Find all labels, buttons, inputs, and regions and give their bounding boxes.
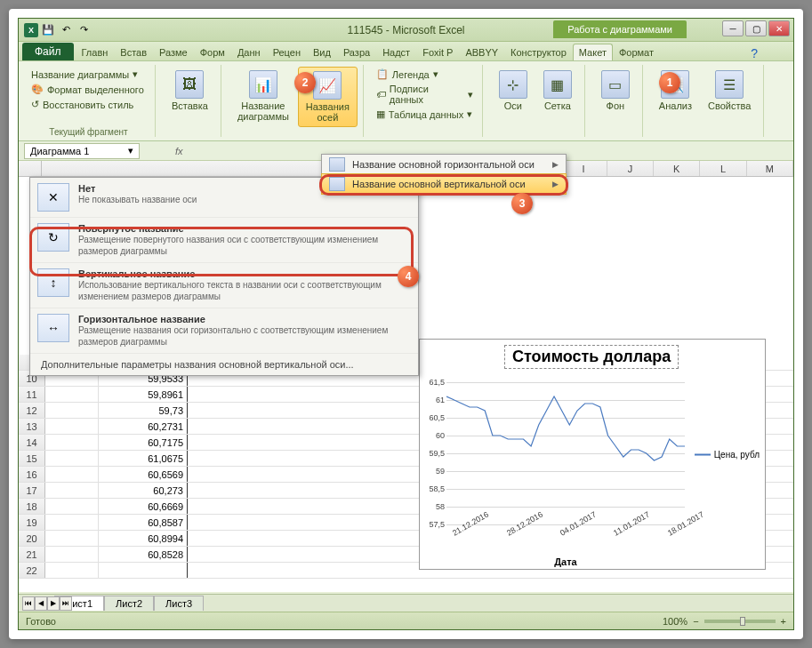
cell[interactable]: 60,8994 xyxy=(99,531,188,546)
menu-more-options[interactable]: Дополнительные параметры названия основн… xyxy=(30,354,418,375)
sheet-tab-3[interactable]: Лист3 xyxy=(154,596,204,611)
zoom-in-button[interactable]: + xyxy=(781,616,786,627)
select-all-corner[interactable] xyxy=(19,161,42,176)
cell[interactable] xyxy=(99,563,188,578)
row-header[interactable]: 18 xyxy=(19,499,45,514)
row-header[interactable]: 14 xyxy=(19,435,45,450)
col-header-k[interactable]: K xyxy=(654,161,700,176)
sheet-nav-first[interactable]: ⏮ xyxy=(22,596,35,611)
cell[interactable] xyxy=(45,499,99,514)
chart-line-series xyxy=(446,382,685,524)
insert-button[interactable]: 🖼 Вставка xyxy=(165,67,215,115)
properties-button[interactable]: ☰Свойства xyxy=(701,67,758,115)
cell[interactable]: 60,2731 xyxy=(99,419,188,434)
cell[interactable]: 60,8528 xyxy=(99,547,188,562)
row-header[interactable]: 17 xyxy=(19,483,45,498)
help-icon[interactable]: ? xyxy=(751,46,758,60)
tab-insert[interactable]: Встав xyxy=(114,44,153,60)
embedded-chart[interactable]: Стоимость доллара 57,55858,55959,56060,5… xyxy=(419,339,766,570)
row-header[interactable]: 12 xyxy=(19,403,45,418)
data-labels-button[interactable]: 🏷 Подписи данных ▾ xyxy=(373,82,477,107)
tab-home[interactable]: Главн xyxy=(76,44,115,60)
cell[interactable] xyxy=(45,467,99,482)
col-header-m[interactable]: M xyxy=(747,161,793,176)
tab-format[interactable]: Формат xyxy=(613,44,660,60)
undo-icon[interactable]: ↶ xyxy=(58,22,74,38)
row-header[interactable]: 21 xyxy=(19,547,45,562)
cell[interactable] xyxy=(45,563,99,578)
cell[interactable] xyxy=(45,435,99,450)
tab-view[interactable]: Вид xyxy=(307,44,337,60)
sheet-nav-prev[interactable]: ◀ xyxy=(35,596,47,611)
zoom-out-button[interactable]: − xyxy=(693,616,698,627)
save-icon[interactable]: 💾 xyxy=(40,22,56,38)
chart-title-button[interactable]: 📊 Название диаграммы xyxy=(230,67,296,127)
tab-data[interactable]: Данн xyxy=(231,44,267,60)
file-tab[interactable]: Файл xyxy=(22,43,74,60)
row-header[interactable]: 16 xyxy=(19,467,45,482)
menu-item-rotated[interactable]: ↻ Повернутое название Размещение поверну… xyxy=(30,218,418,263)
background-button[interactable]: ▭Фон xyxy=(594,67,637,115)
redo-icon[interactable]: ↷ xyxy=(76,22,92,38)
chart-legend[interactable]: Цена, рубл xyxy=(695,450,760,460)
axes-button[interactable]: ⊹Оси xyxy=(492,67,535,115)
sheet-tab-2[interactable]: Лист2 xyxy=(104,596,154,611)
chart-element-selector[interactable]: Название диаграммы ▾ xyxy=(28,67,149,82)
tab-developer[interactable]: Разра xyxy=(337,44,376,60)
legend-button[interactable]: 📋 Легенда ▾ xyxy=(373,67,477,82)
cell[interactable] xyxy=(45,403,99,418)
cell[interactable]: 60,273 xyxy=(99,483,188,498)
cell[interactable]: 61,0675 xyxy=(99,451,188,466)
row-header[interactable]: 13 xyxy=(19,419,45,434)
tab-design[interactable]: Конструктор xyxy=(504,44,573,60)
close-button[interactable]: ✕ xyxy=(768,20,790,36)
cell[interactable] xyxy=(45,387,99,402)
cell[interactable]: 60,7175 xyxy=(99,435,188,450)
cell[interactable] xyxy=(45,451,99,466)
gridlines-button[interactable]: ▦Сетка xyxy=(536,67,579,115)
zoom-slider[interactable] xyxy=(704,620,776,623)
zoom-level[interactable]: 100% xyxy=(663,616,687,627)
col-header-l[interactable]: L xyxy=(700,161,746,176)
row-header[interactable]: 20 xyxy=(19,531,45,546)
h-axis-icon xyxy=(329,157,345,172)
menu-item-vertical[interactable]: ↕ Вертикальное название Использование ве… xyxy=(30,263,418,308)
cell[interactable]: 60,6569 xyxy=(99,467,188,482)
tab-review[interactable]: Рецен xyxy=(267,44,307,60)
cell[interactable] xyxy=(45,547,99,562)
tab-foxit[interactable]: Foxit P xyxy=(416,44,459,60)
tab-formulas[interactable]: Форм xyxy=(194,44,231,60)
menu-item-horizontal[interactable]: ↔ Горизонтальное название Размещение наз… xyxy=(30,308,418,354)
tab-layout[interactable]: Разме xyxy=(153,44,194,60)
cell[interactable]: 60,6669 xyxy=(99,499,188,514)
data-table-button[interactable]: ▦ Таблица данных ▾ xyxy=(373,107,477,122)
cell[interactable] xyxy=(45,531,99,546)
chart-plot-area[interactable]: 57,55858,55959,56060,56161,5 21.12.20162… xyxy=(446,382,685,524)
cell[interactable]: 60,8587 xyxy=(99,515,188,530)
row-header[interactable]: 11 xyxy=(19,387,45,402)
tab-chart-layout[interactable]: Макет xyxy=(573,44,613,60)
cell[interactable]: 59,73 xyxy=(99,403,188,418)
cell[interactable]: 59,8961 xyxy=(99,387,188,402)
name-box[interactable]: Диаграмма 1▾ xyxy=(24,143,140,159)
tab-abbyy[interactable]: ABBYY xyxy=(459,44,504,60)
reset-style-button[interactable]: ↺ Восстановить стиль xyxy=(28,97,149,112)
row-header[interactable]: 22 xyxy=(19,563,45,578)
cell[interactable] xyxy=(45,419,99,434)
col-header-j[interactable]: J xyxy=(607,161,654,176)
cell[interactable] xyxy=(45,515,99,530)
maximize-button[interactable]: ▢ xyxy=(745,20,767,36)
tab-addins[interactable]: Надст xyxy=(376,44,416,60)
format-selection-button[interactable]: 🎨 Формат выделенного xyxy=(28,82,149,97)
row-header[interactable]: 19 xyxy=(19,515,45,530)
sheet-nav-last[interactable]: ⏭ xyxy=(60,596,72,611)
horizontal-axis-title-item[interactable]: Название основной горизонтальной оси ▶ xyxy=(322,155,566,174)
chart-title[interactable]: Стоимость доллара xyxy=(504,345,679,369)
vertical-axis-title-item[interactable]: Название основной вертикальной оси ▶ xyxy=(321,173,567,195)
minimize-button[interactable]: ─ xyxy=(722,20,744,36)
sheet-nav-next[interactable]: ▶ xyxy=(47,596,60,611)
col-header-i[interactable]: I xyxy=(560,161,607,176)
vertical-icon: ↕ xyxy=(37,268,69,297)
row-header[interactable]: 15 xyxy=(19,451,45,466)
cell[interactable] xyxy=(45,483,99,498)
